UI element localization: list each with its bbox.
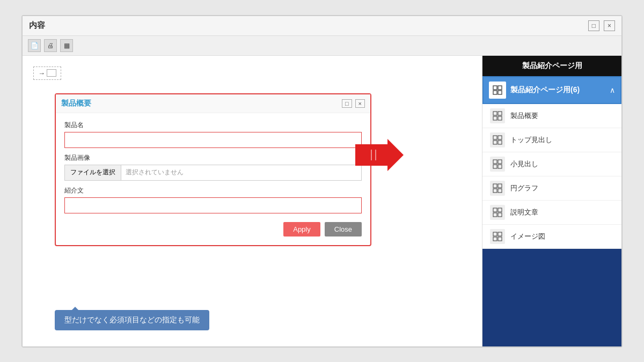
category-icon <box>489 82 506 99</box>
svg-rect-13 <box>493 141 497 144</box>
svg-rect-11 <box>493 136 497 139</box>
panel-item-icon-1 <box>490 132 505 147</box>
inner-minimize-button[interactable]: □ <box>342 99 352 108</box>
dialog-footer: Apply Close <box>64 222 362 237</box>
svg-rect-25 <box>493 213 497 217</box>
panel-item-2[interactable]: 小見出し <box>482 152 621 176</box>
svg-rect-21 <box>493 189 497 193</box>
panel-item-3[interactable]: 円グラフ <box>482 176 621 201</box>
panel-item-label-2: 小見出し <box>510 159 538 169</box>
svg-rect-20 <box>498 184 502 188</box>
insert-block-button[interactable]: → <box>33 67 61 80</box>
inner-dialog-controls: □ × <box>342 99 365 108</box>
svg-rect-16 <box>498 160 502 164</box>
canvas-area: → 製品概要 □ × 製品名 製品画像 <box>23 56 482 346</box>
toolbar-grid-icon[interactable]: ▦ <box>60 39 73 52</box>
panel-item-icon-2 <box>490 157 505 172</box>
panel-item-label-4: 説明文章 <box>510 208 538 217</box>
panel-item-icon-0 <box>490 108 505 123</box>
svg-rect-19 <box>493 184 497 188</box>
panel-item-icon-5 <box>490 229 505 244</box>
svg-rect-12 <box>498 136 502 139</box>
product-overview-dialog: 製品概要 □ × 製品名 製品画像 ファイルを選択 選択されていません <box>55 93 371 246</box>
svg-rect-30 <box>498 237 502 241</box>
file-choose-button[interactable]: ファイルを選択 <box>65 165 121 180</box>
product-name-input[interactable] <box>64 132 362 148</box>
panel-item-label-3: 円グラフ <box>510 183 538 193</box>
svg-rect-18 <box>498 165 502 168</box>
main-area: → 製品概要 □ × 製品名 製品画像 <box>23 56 621 346</box>
tooltip-text: 型だけでなく必須項目などの指定も可能 <box>64 315 200 324</box>
panel-item-icon-4 <box>490 205 505 220</box>
right-panel-header: 製品紹介ページ用 <box>482 56 621 76</box>
panel-item-label-1: トップ見出し <box>510 135 552 145</box>
file-input-row: ファイルを選択 選択されていません <box>64 165 362 181</box>
svg-rect-6 <box>498 91 502 94</box>
description-input[interactable] <box>64 197 362 213</box>
panel-bottom <box>482 249 621 346</box>
svg-rect-23 <box>493 208 497 212</box>
svg-rect-14 <box>498 141 502 144</box>
svg-rect-3 <box>493 86 497 90</box>
description-label: 紹介文 <box>64 186 362 195</box>
svg-rect-5 <box>493 91 497 94</box>
inner-dialog-titlebar: 製品概要 □ × <box>56 94 370 113</box>
svg-rect-27 <box>493 232 497 236</box>
tooltip-box: 型だけでなく必須項目などの指定も可能 <box>55 310 209 330</box>
panel-item-1[interactable]: トップ見出し <box>482 128 621 152</box>
svg-rect-9 <box>493 116 497 120</box>
svg-rect-28 <box>498 232 502 236</box>
svg-rect-26 <box>498 213 502 217</box>
file-no-selection-text: 選択されていません <box>121 166 188 179</box>
arrow-icon: → <box>38 69 45 77</box>
svg-rect-22 <box>498 189 502 193</box>
svg-rect-7 <box>493 112 497 115</box>
category-arrow-icon: ∧ <box>610 86 615 94</box>
svg-marker-0 <box>355 139 404 171</box>
svg-rect-10 <box>498 116 502 120</box>
svg-rect-17 <box>493 165 497 168</box>
main-window: 内容 □ × 📄 🖨 ▦ → 製品概要 <box>21 15 623 348</box>
right-panel: 製品紹介ページ用 製品紹介ページ用(6) ∧ <box>482 56 621 346</box>
panel-item-0[interactable]: 製品概要 <box>482 104 621 128</box>
svg-rect-29 <box>493 237 497 241</box>
panel-item-4[interactable]: 説明文章 <box>482 201 621 225</box>
window-title: 内容 <box>29 20 45 31</box>
svg-rect-24 <box>498 208 502 212</box>
svg-rect-15 <box>493 160 497 164</box>
toolbar-doc-icon[interactable]: 📄 <box>28 39 41 52</box>
panel-item-5[interactable]: イメージ図 <box>482 225 621 249</box>
svg-rect-8 <box>498 112 502 115</box>
title-bar-controls: □ × <box>588 20 615 31</box>
panel-item-label-0: 製品概要 <box>510 111 538 121</box>
dialog-close-button[interactable]: Close <box>325 222 362 237</box>
minimize-button[interactable]: □ <box>588 20 599 31</box>
title-bar: 内容 □ × <box>23 16 621 36</box>
product-name-label: 製品名 <box>64 121 362 130</box>
panel-category[interactable]: 製品紹介ページ用(6) ∧ <box>482 76 621 104</box>
arrow-button-area: → <box>33 67 61 80</box>
panel-item-icon-3 <box>490 181 505 196</box>
toolbar-print-icon[interactable]: 🖨 <box>44 39 57 52</box>
inner-dialog-title: 製品概要 <box>61 99 91 108</box>
panel-item-label-5: イメージ図 <box>510 232 545 241</box>
inner-close-button[interactable]: × <box>355 99 365 108</box>
red-arrow <box>355 139 404 173</box>
block-icon <box>47 69 56 77</box>
category-label: 製品紹介ページ用(6) <box>510 85 605 95</box>
toolbar: 📄 🖨 ▦ <box>23 36 621 56</box>
svg-rect-4 <box>498 86 502 90</box>
product-image-label: 製品画像 <box>64 153 362 162</box>
apply-button[interactable]: Apply <box>283 222 320 237</box>
close-button[interactable]: × <box>604 20 615 31</box>
inner-dialog-body: 製品名 製品画像 ファイルを選択 選択されていません 紹介文 Apply Clo… <box>56 113 370 245</box>
